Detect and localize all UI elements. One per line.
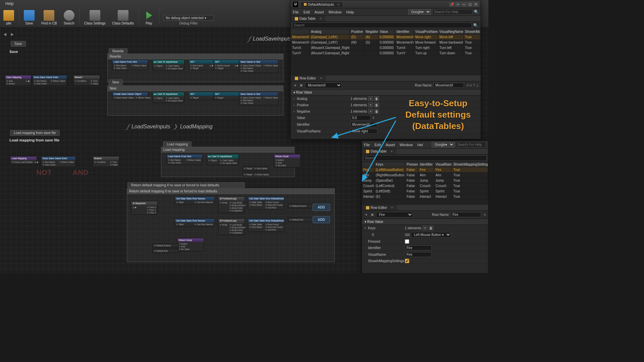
- node-set4[interactable]: SET Target: [213, 92, 240, 100]
- menu-help[interactable]: Hel: [417, 143, 423, 147]
- dropdown-icon[interactable]: ▾: [455, 2, 461, 7]
- row-select[interactable]: MovementX: [305, 82, 342, 88]
- table-row[interactable]: Interact(E)FalseInteractInteractTrue: [362, 194, 488, 199]
- menu-window[interactable]: Window: [328, 10, 341, 14]
- row-name-input[interactable]: [451, 212, 481, 217]
- play-button[interactable]: Play: [140, 9, 158, 27]
- search-button[interactable]: Search: [60, 9, 78, 27]
- forward-arrow-icon[interactable]: ►: [10, 32, 15, 37]
- nav-up-icon[interactable]: ᐱ: [467, 83, 469, 87]
- row-select[interactable]: Fire: [376, 212, 413, 218]
- node-sequence[interactable]: ⇉ Sequence ▶Then 0Then 1Then 2: [131, 201, 158, 215]
- nav-top-icon[interactable]: ⤒: [473, 83, 475, 87]
- add-element-button[interactable]: ＋: [368, 96, 373, 101]
- node-default-axis[interactable]: Default Axis: [152, 249, 179, 253]
- add-element-button[interactable]: ＋: [423, 226, 427, 230]
- add-element-button[interactable]: ＋: [368, 103, 373, 107]
- back-arrow-icon[interactable]: ◄: [3, 32, 7, 37]
- add-array-button[interactable]: ADD: [313, 204, 330, 211]
- visualname-input[interactable]: [405, 252, 432, 257]
- help-search-input[interactable]: [456, 142, 486, 147]
- comment-tab-rewrite[interactable]: Rewrite: [109, 48, 127, 54]
- showinmap-checkbox[interactable]: [405, 259, 409, 263]
- node-get-dt-rows1[interactable]: Get Data Table Row Names TableOut Row Na…: [174, 196, 215, 204]
- window-default-axis-inputs[interactable]: U DefaultAxisInputs× 📌 ▾ — ◻ ✕ File Edit…: [290, 0, 481, 139]
- table-row[interactable]: MovementX(Gamepad_LeftX)(D)(A)0.000000Mo…: [291, 35, 481, 40]
- save-button[interactable]: Save: [20, 9, 38, 27]
- node-branch2[interactable]: Branch ConditionTrueFalse: [93, 156, 119, 167]
- identifier-input[interactable]: [405, 245, 432, 250]
- key-select[interactable]: Left Mouse Button ▾: [411, 232, 451, 238]
- search-provider-select[interactable]: Google▾: [408, 9, 431, 15]
- node-does-save-exist2[interactable]: Does Save Game Exist Slot NameUser Index…: [41, 156, 76, 167]
- menu-asset[interactable]: Asset: [315, 10, 324, 14]
- search-icon[interactable]: 🔍: [474, 10, 479, 14]
- help-menu[interactable]: Help: [5, 1, 14, 6]
- graph-tab-save[interactable]: Save: [11, 41, 26, 47]
- node-default-actions[interactable]: Default Actions: [152, 243, 179, 248]
- help-search-input[interactable]: [432, 9, 473, 15]
- node-load-mapping[interactable]: Load Mapping Force Load Default▶: [10, 156, 37, 165]
- compile-button[interactable]: pile: [0, 9, 17, 27]
- add-element-button[interactable]: ＋: [368, 109, 373, 114]
- node-target1[interactable]: TargetAxis Inputs: [242, 166, 269, 171]
- datatable-search-input[interactable]: [363, 155, 487, 161]
- add-array-button2[interactable]: ADD: [313, 216, 330, 223]
- pressed-checkbox[interactable]: [405, 239, 409, 244]
- delete-row-button[interactable]: ✕: [370, 213, 375, 217]
- menu-edit[interactable]: Edit: [375, 143, 381, 147]
- node-get-dt-row1[interactable]: Get Data Table Row DefaultAxisInputs Dat…: [248, 196, 284, 210]
- clear-button[interactable]: 🗑: [374, 103, 379, 107]
- identifier-input[interactable]: [351, 122, 377, 127]
- table-row[interactable]: Aim(RightMouseButton)FalseAimAimTrue: [362, 173, 488, 178]
- table-row[interactable]: MovementY(Gamepad_LeftY)(W)(S)0.000000Mo…: [291, 40, 481, 45]
- maximize-icon[interactable]: ◻: [467, 2, 473, 7]
- close-icon[interactable]: ×: [391, 206, 393, 209]
- node-get-dt-rows2[interactable]: Get Data Table Row Names TableOut Row Na…: [174, 219, 215, 227]
- add-row-button[interactable]: ＋: [364, 213, 369, 217]
- table-row[interactable]: Fire(LeftMouseButton)FalseFireFireTrue: [362, 167, 488, 173]
- node-save-to-slot2[interactable]: Save Game to Slot Save Game ObjectSlot N…: [239, 92, 278, 105]
- window-default-action-inputs[interactable]: File Edit Asset Window Hel Google▾ Data …: [362, 141, 488, 274]
- menu-help[interactable]: Help: [346, 10, 354, 14]
- menu-window[interactable]: Window: [399, 143, 413, 147]
- node-default-actions2[interactable]: Default Actions: [288, 204, 315, 208]
- table-row[interactable]: Sprint(LeftShift)FalseSprintSprintTrue: [362, 189, 488, 194]
- node-get-dt-row2[interactable]: Get Data Table Row DefaultAxisInputs Dat…: [248, 219, 284, 232]
- node-save-mapping[interactable]: Save Mapping AxisAction▶: [5, 75, 32, 86]
- visualpos-input[interactable]: [351, 129, 377, 134]
- comment-tab-new[interactable]: New: [109, 79, 123, 85]
- menu-edit[interactable]: Edit: [304, 10, 310, 14]
- debug-object-select[interactable]: No debug object selected ▾: [163, 15, 214, 21]
- menu-file[interactable]: File: [293, 10, 299, 14]
- node-return[interactable]: Return Node ActionAxisNo Save: [274, 154, 301, 168]
- node-target2[interactable]: TargetAction Inputs: [242, 172, 269, 177]
- row-name-input[interactable]: [434, 83, 464, 88]
- node-set2[interactable]: SET Action InputsTarget▶: [213, 60, 240, 70]
- nav-bottom-icon[interactable]: ⤓: [476, 83, 479, 87]
- datatable-grid[interactable]: KeysPressedIdentifierVisualNameShowInMap…: [362, 162, 488, 205]
- close-icon[interactable]: ×: [391, 149, 393, 153]
- node-create-save[interactable]: Create Save Game Object Save Game ClassR…: [112, 92, 148, 100]
- value-input[interactable]: [351, 115, 371, 120]
- node-cast-inputs[interactable]: ▸▸ Cast To InputsSave ObjectCast FailedA…: [152, 60, 184, 71]
- node-foreach2[interactable]: ☰ ForEachLoop ArrayLoop BodyArray Elemen…: [218, 219, 245, 235]
- close-icon[interactable]: ✕: [473, 2, 479, 7]
- nav-down-icon[interactable]: ᐯ: [470, 83, 472, 87]
- search-provider-select[interactable]: Google▾: [432, 142, 454, 147]
- pin-icon[interactable]: 📌: [449, 2, 454, 7]
- section-row-value[interactable]: ▾ Row Value: [291, 89, 481, 96]
- comment-tab-load[interactable]: Load mapping: [163, 141, 192, 147]
- table-row[interactable]: TurnY(MouseY,Gamepad_RightY)0.000000Turn…: [291, 51, 481, 56]
- clear-button[interactable]: 🗑: [374, 96, 379, 101]
- node-cast-inputs2[interactable]: ▸▸ Cast To InputsSave ObjectCast FailedA…: [152, 92, 184, 103]
- node-default-axis2[interactable]: Default Axis: [288, 218, 315, 222]
- clear-button[interactable]: 🗑: [374, 109, 379, 114]
- datatable-grid[interactable]: AnalogPositiveNegativeValueIdentifierVis…: [291, 29, 481, 75]
- node-set3[interactable]: SET Target: [189, 92, 215, 100]
- node-return2[interactable]: Return Node ActionAxisNo Save: [177, 238, 204, 251]
- node-load-game[interactable]: Load Game From Slot Slot NameUser IndexR…: [112, 60, 148, 70]
- search-icon[interactable]: 🔍: [472, 22, 479, 28]
- close-icon[interactable]: ×: [320, 17, 322, 20]
- node-load-game2[interactable]: Load Game From Slot Slot NameUser IndexR…: [166, 154, 203, 165]
